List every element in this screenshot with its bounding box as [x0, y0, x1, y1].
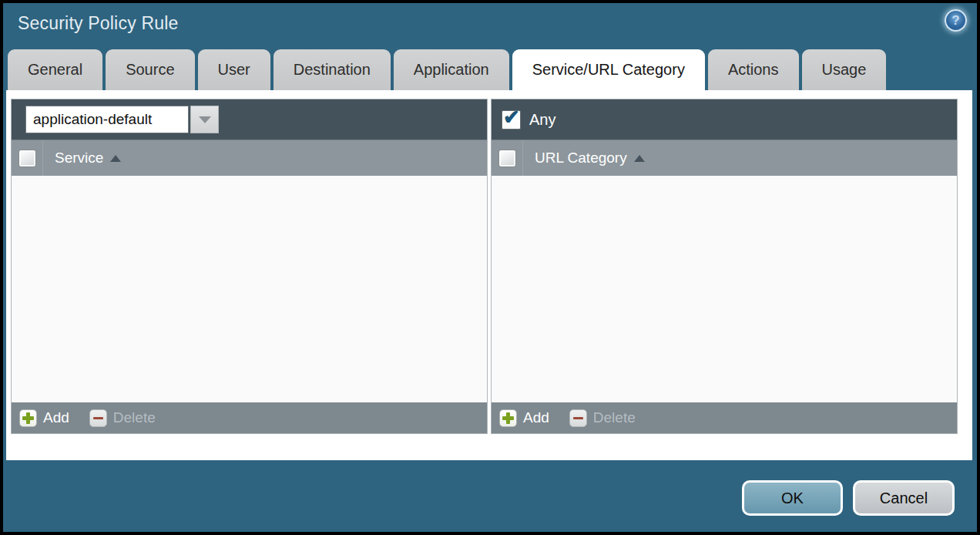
url-category-delete-button[interactable]: Delete [569, 409, 636, 427]
service-toolbar: application-default [12, 99, 487, 140]
dialog-title: Security Policy Rule [18, 13, 179, 34]
tab-bar: GeneralSourceUserDestinationApplicationS… [8, 49, 886, 90]
service-select-all-checkbox[interactable] [18, 150, 36, 167]
service-type-dropdown[interactable]: application-default [25, 105, 219, 134]
tab-destination[interactable]: Destination [274, 49, 391, 90]
url-category-table-body[interactable] [492, 176, 957, 402]
url-category-toolbar: ✔ Any [492, 99, 957, 140]
plus-icon [19, 409, 37, 427]
service-select-all-cell [12, 140, 43, 176]
sort-ascending-icon [110, 155, 121, 162]
checkmark-icon: ✔ [503, 106, 520, 130]
service-panel: application-default Service [11, 99, 488, 434]
chevron-down-icon [199, 116, 211, 123]
service-column-header[interactable]: Service [55, 150, 121, 167]
sort-ascending-icon [634, 155, 645, 162]
url-category-select-all-checkbox[interactable] [498, 150, 516, 167]
any-label: Any [529, 111, 555, 129]
url-category-footer: Add Delete [492, 402, 957, 433]
tab-application[interactable]: Application [394, 49, 509, 90]
url-category-column-header[interactable]: URL Category [535, 150, 645, 167]
service-type-dropdown-value[interactable]: application-default [25, 106, 189, 133]
tab-usage[interactable]: Usage [802, 49, 887, 90]
service-delete-button[interactable]: Delete [89, 409, 156, 427]
service-table-body[interactable] [12, 176, 487, 402]
url-category-add-label: Add [523, 409, 549, 426]
dialog-content: application-default Service [6, 90, 972, 460]
minus-icon [89, 409, 107, 427]
security-policy-rule-dialog: Security Policy Rule ? GeneralSourceUser… [3, 3, 977, 532]
ok-button[interactable]: OK [742, 480, 843, 516]
service-type-dropdown-button[interactable] [190, 106, 219, 133]
minus-icon [569, 409, 587, 427]
tab-actions[interactable]: Actions [708, 49, 799, 90]
any-checkbox[interactable]: ✔ [502, 110, 521, 130]
url-category-column-label: URL Category [535, 150, 627, 167]
tab-user[interactable]: User [198, 49, 270, 90]
cancel-button[interactable]: Cancel [853, 480, 955, 516]
service-table-header: Service [12, 140, 487, 176]
tab-general[interactable]: General [8, 49, 102, 90]
help-icon[interactable]: ? [945, 9, 967, 32]
url-category-delete-label: Delete [593, 409, 636, 426]
url-category-add-button[interactable]: Add [499, 409, 549, 427]
service-column-label: Service [55, 150, 103, 167]
service-add-button[interactable]: Add [19, 409, 69, 427]
service-footer: Add Delete [12, 402, 487, 433]
url-category-select-all-cell [492, 140, 523, 176]
tab-source[interactable]: Source [106, 49, 194, 90]
tab-service-url-category[interactable]: Service/URL Category [512, 49, 705, 90]
service-add-label: Add [43, 409, 69, 426]
plus-icon [499, 409, 517, 427]
service-delete-label: Delete [113, 409, 156, 426]
url-category-table-header: URL Category [492, 140, 957, 176]
url-category-panel: ✔ Any URL Category Add [491, 99, 958, 434]
